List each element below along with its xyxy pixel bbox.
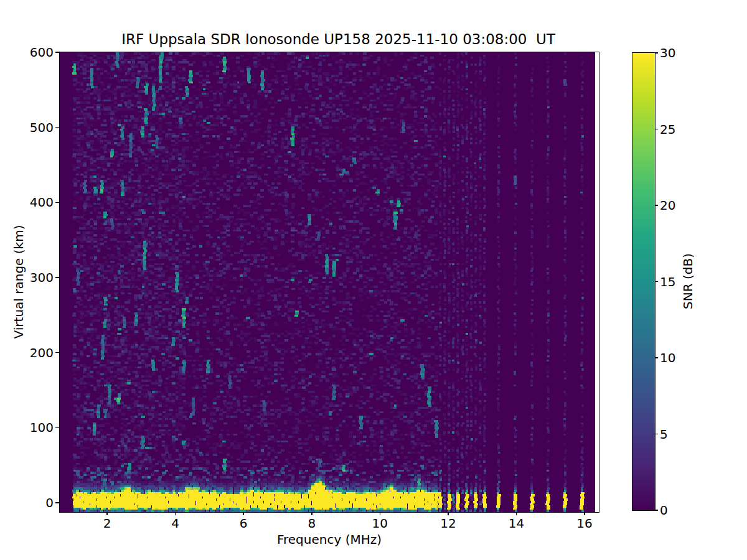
x-tick-mark [448, 512, 449, 515]
x-tick-label: 8 [287, 515, 337, 531]
y-tick-label: 600 [16, 44, 54, 60]
chart-title: IRF Uppsala SDR Ionosonde UP158 2025-11-… [121, 31, 555, 47]
x-tick-label: 4 [151, 515, 200, 531]
y-tick-mark [55, 352, 60, 353]
colorbar-tick-label: 25 [660, 121, 697, 138]
x-tick-mark [516, 512, 517, 515]
x-tick-label: 6 [218, 515, 268, 531]
ionogram-heatmap [60, 52, 599, 512]
y-tick-mark [55, 502, 60, 503]
colorbar-tick-label: 0 [660, 502, 697, 518]
colorbar-tick-label: 10 [660, 350, 697, 366]
colorbar-gradient [632, 53, 655, 510]
colorbar-tick-mark [655, 205, 658, 206]
x-tick-mark [380, 512, 381, 515]
colorbar-tick-mark [655, 357, 658, 358]
colorbar-tick-label: 5 [660, 426, 697, 442]
y-tick-label: 300 [16, 269, 54, 286]
colorbar-tick-label: 30 [660, 45, 697, 61]
y-tick-label: 200 [16, 345, 54, 361]
colorbar-tick-mark [655, 281, 658, 282]
colorbar-tick-mark [655, 129, 658, 130]
x-tick-label: 16 [560, 515, 609, 531]
y-tick-mark [55, 427, 60, 429]
y-tick-mark [55, 202, 60, 203]
y-tick-label: 100 [16, 419, 54, 436]
x-tick-label: 2 [82, 515, 132, 531]
x-tick-mark [243, 512, 244, 515]
colorbar-tick-mark [655, 510, 658, 511]
x-tick-mark [584, 512, 585, 515]
y-tick-mark [55, 52, 60, 53]
colorbar-tick-label: 15 [660, 274, 697, 290]
ionogram-figure: IRF Uppsala SDR Ionosonde UP158 2025-11-… [0, 0, 747, 560]
colorbar-tick-label: 20 [660, 197, 697, 213]
x-tick-label: 10 [355, 515, 405, 531]
x-tick-mark [175, 512, 176, 515]
y-tick-mark [55, 127, 60, 128]
y-tick-label: 500 [16, 119, 54, 136]
x-tick-label: 14 [491, 515, 541, 531]
y-tick-mark [55, 277, 60, 278]
colorbar-tick-mark [655, 52, 658, 54]
x-axis-label: Frequency (MHz) [60, 532, 599, 547]
x-tick-label: 12 [423, 515, 473, 531]
y-tick-label: 400 [16, 194, 54, 210]
x-tick-mark [311, 512, 312, 515]
x-tick-mark [106, 512, 108, 515]
y-tick-label: 0 [16, 495, 54, 511]
colorbar-tick-mark [655, 434, 658, 435]
